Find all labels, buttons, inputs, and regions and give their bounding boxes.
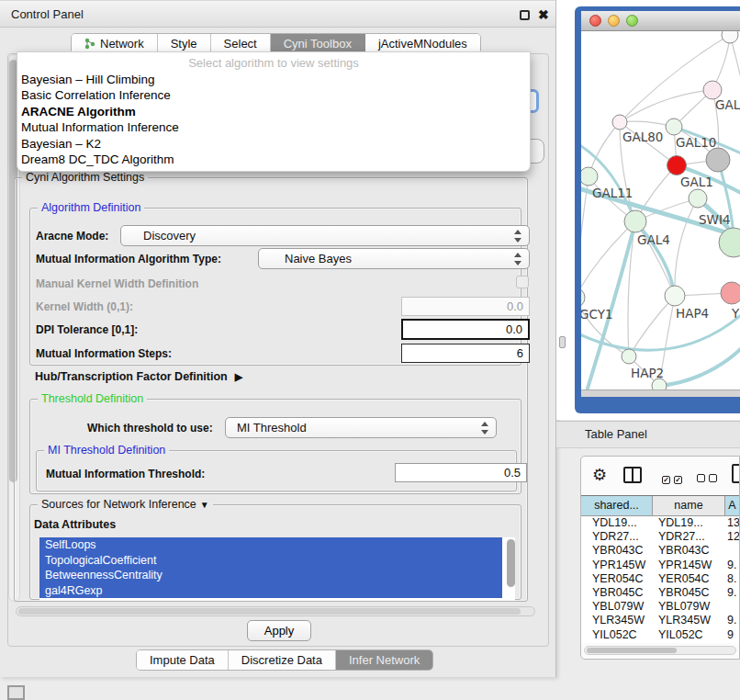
network-graph[interactable]: GALGAL80GAL10GAL1GAL11SWI4GAL4GCY1HAP4YH… (581, 31, 740, 390)
table-cell: 8. (725, 572, 739, 586)
network-node[interactable] (721, 282, 740, 304)
mi-algorithm-type-combobox[interactable]: Naive Bayes (258, 248, 530, 269)
table-row[interactable]: YPR145WYPR145W9. (581, 559, 739, 572)
algorithm-option[interactable]: Basic Correlation Inference (17, 87, 530, 103)
column-header[interactable]: shared... (581, 496, 653, 515)
network-node[interactable] (689, 189, 707, 208)
network-node[interactable] (665, 286, 685, 306)
column-header[interactable]: name (653, 496, 725, 515)
network-node[interactable] (622, 349, 636, 364)
which-threshold-combobox[interactable]: MI Threshold (225, 417, 497, 438)
scrollbar-thumb[interactable] (18, 608, 521, 615)
threshold-definition-legend: Threshold Definition (38, 392, 147, 405)
network-node[interactable] (581, 288, 585, 308)
column-layout-icon[interactable] (623, 467, 642, 483)
data-attribute-item[interactable]: BetweennessCentrality (39, 568, 502, 583)
data-attributes-list[interactable]: SelfLoopsTopologicalCoefficientBetweenne… (39, 537, 515, 601)
dpi-tolerance-field[interactable]: 0.0 (401, 319, 530, 340)
network-edge[interactable] (730, 35, 740, 96)
which-threshold-value: MI Threshold (237, 421, 307, 435)
network-node[interactable] (624, 210, 646, 232)
network-node[interactable] (703, 81, 722, 99)
kernel-width-field: 0.0 (401, 297, 530, 316)
tab-jactivemnodules[interactable]: jActiveMNodules (365, 34, 480, 53)
settings-horizontal-scrollbar[interactable] (16, 606, 535, 616)
table-horizontal-scrollbar[interactable] (584, 646, 736, 655)
deselect-all-checkboxes-icon[interactable] (697, 471, 721, 485)
network-edge-highlighted[interactable] (659, 338, 740, 386)
table-panel-title: Table Panel (585, 422, 647, 447)
collapsed-arrow-icon[interactable]: ▶ (235, 371, 242, 383)
table-row[interactable]: YDR27...YDR27...12 (581, 530, 739, 544)
table-cell: YDL19... (581, 516, 653, 530)
table-row[interactable]: YBR045CYBR045C9. (581, 586, 739, 600)
table-cell: 9 (725, 628, 739, 642)
close-traffic-light[interactable] (589, 15, 601, 27)
table-cell: YPR145W (581, 559, 653, 572)
dock-panel-icon[interactable] (7, 685, 25, 700)
table-row[interactable]: YIL052CYIL052C9 (581, 628, 739, 642)
network-node[interactable] (612, 115, 627, 130)
mi-steps-field[interactable]: 6 (401, 344, 530, 363)
tab-style[interactable]: Style (158, 34, 211, 53)
select-all-checkboxes-icon[interactable]: ✓✓ (662, 471, 686, 485)
network-edge[interactable] (620, 35, 730, 122)
sources-legend[interactable]: Sources for Network Inference▼ (38, 498, 213, 511)
network-window-titlebar[interactable] (581, 11, 740, 31)
splitter-handle[interactable] (559, 336, 566, 348)
zoom-traffic-light[interactable] (626, 15, 638, 27)
algorithm-option[interactable]: Mutual Information Inference (17, 119, 530, 135)
algorithm-option[interactable]: ARACNE Algorithm (17, 104, 530, 119)
document-icon[interactable] (732, 464, 740, 483)
float-window-icon[interactable] (520, 10, 530, 20)
manual-kernel-width-checkbox[interactable] (516, 276, 529, 288)
network-edge[interactable] (581, 176, 589, 298)
network-node-label: GAL4 (637, 232, 670, 247)
table-row[interactable]: YLR345WYLR345W9. (581, 614, 739, 627)
table-cell: 13 (725, 516, 739, 530)
settings-gear-icon[interactable]: ⚙ (592, 465, 607, 485)
network-edge[interactable] (675, 198, 698, 296)
table-cell: YER054C (581, 572, 653, 586)
network-edge[interactable] (620, 90, 712, 122)
algorithm-option[interactable]: Bayesian – K2 (17, 136, 530, 152)
attributes-list-scrollbar[interactable] (507, 539, 515, 587)
column-header[interactable]: A (725, 496, 739, 515)
tab-network[interactable]: Network (72, 34, 158, 53)
network-node[interactable] (706, 148, 730, 172)
table-row[interactable]: YER054CYER054C8. (581, 572, 739, 586)
network-edge[interactable] (629, 296, 675, 356)
tab-select[interactable]: Select (211, 34, 271, 53)
tab-cyni-toolbox[interactable]: Cyni Toolbox (271, 34, 365, 53)
mi-threshold-field[interactable]: 0.5 (395, 463, 527, 482)
data-attribute-item[interactable]: gal4RGexp (39, 583, 502, 599)
table-row[interactable]: YDL19...YDL19...13 (581, 516, 739, 530)
network-canvas[interactable]: GALGAL80GAL10GAL1GAL11SWI4GAL4GCY1HAP4YH… (581, 31, 740, 390)
minimize-traffic-light[interactable] (608, 15, 620, 27)
data-attribute-item[interactable]: SelfLoops (39, 537, 502, 553)
network-node[interactable] (666, 119, 682, 135)
algorithm-option[interactable]: Bayesian – Hill Climbing (17, 72, 530, 87)
apply-button[interactable]: Apply (247, 620, 311, 641)
tab-infer-network[interactable]: Infer Network (336, 650, 432, 670)
data-attribute-item[interactable]: TopologicalCoefficient (39, 553, 502, 569)
network-node[interactable] (581, 167, 598, 186)
close-icon[interactable]: ✖ (538, 5, 549, 25)
cyni-settings-legend: Cyni Algorithm Settings (22, 171, 148, 184)
hub-definition-label[interactable]: Hub/Transcription Factor Definition▶ (35, 370, 242, 383)
network-node[interactable] (667, 156, 687, 175)
algorithm-definition-group: Algorithm Definition Aracne Mode: Discov… (29, 208, 521, 366)
scrollbar-thumb[interactable] (587, 648, 677, 653)
aracne-mode-combobox[interactable]: Discovery (120, 225, 530, 246)
table-row[interactable]: YBR043CYBR043C (581, 544, 739, 558)
table-row[interactable]: YBL079WYBL079W (581, 600, 739, 614)
tab-label: Select (224, 34, 257, 53)
algorithm-option[interactable]: Dream8 DC_TDC Algorithm (17, 152, 530, 167)
expanded-arrow-icon[interactable]: ▼ (200, 500, 209, 510)
table-cell: YDR27... (653, 530, 725, 544)
tab-discretize-data[interactable]: Discretize Data (229, 650, 336, 670)
network-node[interactable] (722, 31, 738, 43)
threshold-definition-group: Threshold Definition Which threshold to … (29, 399, 521, 494)
tab-impute-data[interactable]: Impute Data (137, 650, 229, 670)
spinner-arrows-icon (514, 230, 522, 243)
